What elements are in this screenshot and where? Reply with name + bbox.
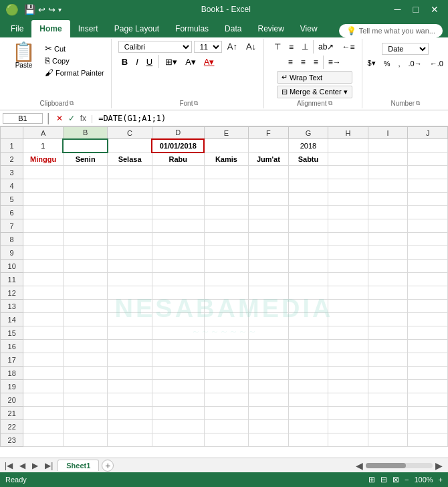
align-middle-button[interactable]: ≡ [286,41,297,53]
col-header-b[interactable]: B [63,127,107,139]
cell-e2[interactable]: Kamis [204,153,248,166]
align-left-button[interactable]: ≡ [285,56,296,68]
tab-file[interactable]: File [3,20,31,37]
cell-c1[interactable] [108,139,152,153]
col-header-g[interactable]: G [288,127,328,139]
formula-input[interactable] [96,114,445,123]
col-header-j[interactable]: J [408,127,448,139]
col-header-h[interactable]: H [328,127,368,139]
normal-view-icon[interactable]: ⊞ [368,475,375,484]
font-name-select[interactable]: Calibri [118,41,192,53]
number-expand-icon[interactable]: ⧉ [416,100,420,107]
font-size-decrease-btn[interactable]: A↓ [243,40,259,53]
tab-home[interactable]: Home [31,20,70,37]
cell-a2[interactable]: Minggu [23,153,64,166]
indent-left-button[interactable]: ←≡ [338,41,358,53]
cell-b1[interactable] [63,139,107,153]
page-break-icon[interactable]: ⊠ [393,475,399,484]
clipboard-expand-icon[interactable]: ⧉ [70,100,74,107]
add-sheet-button[interactable]: + [102,460,114,472]
tab-insert[interactable]: Insert [70,20,106,37]
zoom-slider[interactable] [366,463,433,468]
col-header-d[interactable]: D [152,127,204,139]
tab-page-layout[interactable]: Page Layout [106,20,167,37]
nav-first-sheet[interactable]: |◀ [3,461,15,470]
font-size-select[interactable]: 11 [194,41,222,53]
col-header-e[interactable]: E [204,127,248,139]
tab-view[interactable]: View [292,20,326,37]
col-header-a[interactable]: A [23,127,64,139]
orientation-button[interactable]: ab↗ [315,41,337,53]
maximize-btn[interactable]: □ [409,4,423,15]
cell-b2[interactable]: Senin [63,153,107,166]
align-top-button[interactable]: ⊤ [271,41,284,53]
currency-button[interactable]: $▾ [364,58,379,69]
tab-review[interactable]: Review [249,20,292,37]
cell-i2[interactable] [368,153,408,166]
cell-j2[interactable] [408,153,448,166]
sheet-tab-1[interactable]: Sheet1 [58,460,99,471]
cell-d1[interactable]: 01/01/2018 [152,139,204,153]
increase-decimal-button[interactable]: .0→ [405,58,425,69]
cell-c2[interactable]: Selasa [108,153,152,166]
minimize-btn[interactable]: ─ [390,4,405,15]
font-size-increase-btn[interactable]: A↑ [224,40,241,53]
close-btn[interactable]: ✕ [427,4,443,15]
cell-j1[interactable] [408,139,448,153]
alignment-expand-icon[interactable]: ⧉ [328,100,332,107]
font-color-button[interactable]: A▾ [201,56,218,68]
format-painter-button[interactable]: 🖌 Format Painter [42,67,107,78]
comma-button[interactable]: , [395,58,403,69]
align-right-button[interactable]: ≡ [310,56,322,68]
nav-prev-sheet[interactable]: ◀ [17,461,27,470]
underline-button[interactable]: U [143,56,156,68]
cell-d2[interactable]: Rabu [152,153,204,166]
fill-color-button[interactable]: A▾ [182,56,199,68]
cell-g2[interactable]: Sabtu [288,153,328,166]
formula-cancel-icon[interactable]: ✕ [54,113,65,124]
cell-a3[interactable] [23,166,64,179]
percent-button[interactable]: % [380,58,394,69]
number-format-select[interactable]: Date [382,43,429,55]
cell-reference-box[interactable]: B1 [3,113,43,124]
cell-a1[interactable]: 1 [23,139,64,153]
indent-right-button[interactable]: ≡→ [325,56,344,68]
nav-last-sheet[interactable]: ▶| [43,461,55,470]
tell-me-input[interactable]: Tell me what you wan... [359,27,435,35]
decrease-decimal-button[interactable]: ←.0 [427,58,447,69]
col-header-c[interactable]: C [108,127,152,139]
nav-next-sheet[interactable]: ▶ [30,461,40,470]
col-header-i[interactable]: I [368,127,408,139]
col-header-f[interactable]: F [249,127,289,139]
cell-f2[interactable]: Jum'at [249,153,289,166]
tab-data[interactable]: Data [217,20,249,37]
cell-h2[interactable] [328,153,368,166]
save-icon[interactable]: 💾 [24,4,35,15]
cell-i1[interactable] [368,139,408,153]
cut-button[interactable]: ✂ Cut [42,43,107,54]
font-expand-icon[interactable]: ⧉ [194,100,198,107]
cell-f1[interactable] [249,139,289,153]
copy-button[interactable]: ⎘ Copy [42,55,107,66]
bold-button[interactable]: B [118,56,131,68]
wrap-text-button[interactable]: ↵ Wrap Text [277,71,352,84]
cell-e1[interactable] [204,139,248,153]
page-layout-icon[interactable]: ⊟ [380,475,387,484]
align-center-button[interactable]: ≡ [298,56,309,68]
italic-button[interactable]: I [132,56,142,68]
cell-h1[interactable] [328,139,368,153]
border-button[interactable]: ⊞▾ [162,56,181,68]
scroll-left-icon[interactable]: ◀ [356,460,363,471]
paste-button[interactable]: 📋 Paste [7,40,41,72]
zoom-plus-btn[interactable]: + [439,476,443,484]
zoom-minus-btn[interactable]: − [405,476,409,484]
cell-g1[interactable]: 2018 [288,139,328,153]
formula-insert-function-icon[interactable]: fx [78,113,88,124]
scroll-right-icon[interactable]: ▶ [435,460,443,471]
align-bottom-button[interactable]: ⊥ [298,41,312,53]
tab-formulas[interactable]: Formulas [167,20,217,37]
merge-center-button[interactable]: ⊟ Merge & Center ▾ [277,86,352,98]
formula-confirm-icon[interactable]: ✓ [66,113,77,124]
undo-icon[interactable]: ↩ [38,5,45,15]
redo-icon[interactable]: ↪ [48,5,55,15]
